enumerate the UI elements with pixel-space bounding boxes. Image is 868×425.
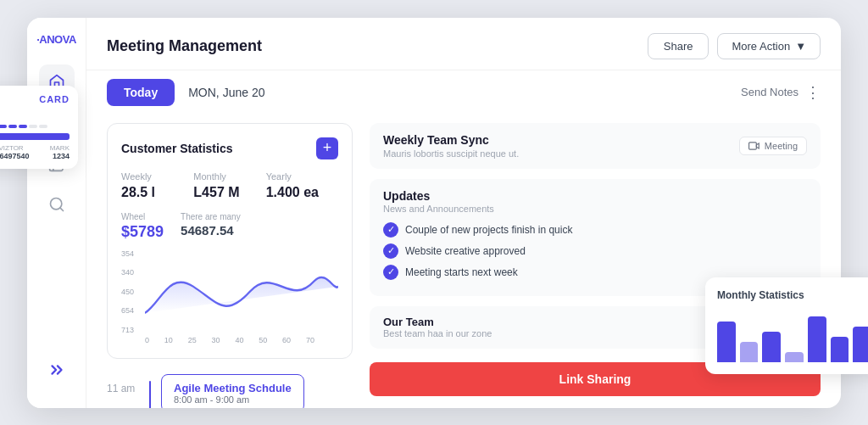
main-container: CARD ✓ MARK DEVIZTOR MARK 9467640 649754…: [27, 18, 841, 408]
monthly-stats-bar: [762, 332, 781, 362]
monthly-stats-bar: [740, 342, 759, 362]
sidebar: ·ANOVA: [27, 18, 86, 408]
video-icon: [748, 141, 760, 151]
weekly-label: Weekly: [121, 171, 193, 182]
svg-line-5: [59, 207, 63, 210]
sidebar-item-search[interactable]: [39, 187, 75, 222]
team-title: Our Team: [383, 316, 492, 328]
card-dots: [0, 125, 70, 128]
add-button[interactable]: +: [316, 137, 338, 159]
stats-yearly-col: Yearly 1.400 ea: [266, 171, 338, 200]
weekly-value: 28.5 l: [121, 185, 193, 200]
app-logo: ·ANOVA: [36, 33, 76, 46]
team-info: Our Team Best team haa in our zone: [383, 316, 492, 338]
page-title: Meeting Management: [107, 37, 648, 55]
stats-monthly-col: Monthly L457 M: [193, 171, 265, 200]
check-icon: ✓: [0, 108, 70, 121]
stats-card-header: Customer Statistics +: [121, 137, 338, 159]
monthly-stats-bar: [785, 352, 804, 362]
schedule-area: 11 am Agile Meeting Schdule 8:00 am - 9:…: [107, 374, 353, 408]
time-label: 11 am: [107, 374, 139, 394]
monthly-stats-bar: [808, 316, 826, 362]
monthly-stats-bar: [853, 327, 868, 362]
monthly-stats-bars: [717, 311, 868, 362]
header-actions: Share More Action ▼: [648, 33, 821, 59]
stats-weekly-col: Weekly 28.5 l: [121, 171, 193, 200]
chevron-down-icon: ▼: [795, 40, 806, 53]
subheader: Today MON, June 20 Send Notes ⋮: [86, 70, 841, 115]
update-item-2: ✓ Website creative approved: [383, 243, 807, 259]
monthly-stats-title: Monthly Statistics: [717, 289, 868, 301]
stats-sub: Wheel $5789 There are many 54687.54: [121, 212, 338, 241]
chart-line-svg: [145, 249, 338, 334]
wheel-item: Wheel $5789: [121, 212, 164, 241]
card-label: CARD: [0, 94, 70, 104]
many-item: There are many 54687.54: [181, 212, 241, 241]
updates-title: Updates: [383, 189, 807, 203]
today-button[interactable]: Today: [107, 79, 175, 106]
more-dots-icon: ⋮: [805, 83, 821, 102]
team-desc: Best team haa in our zone: [383, 328, 492, 338]
chart-y-labels: 354 340 450 654 713: [121, 249, 134, 334]
share-button[interactable]: Share: [648, 33, 709, 59]
monthly-stats-card: Monthly Statistics: [705, 277, 868, 374]
stats-chart: 354 340 450 654 713: [121, 249, 338, 334]
schedule-time: 8:00 am - 9:00 am: [174, 394, 292, 405]
yearly-value: 1.400 ea: [266, 185, 338, 200]
more-action-button[interactable]: More Action ▼: [717, 33, 821, 59]
send-notes[interactable]: Send Notes ⋮: [741, 83, 821, 102]
monthly-stats-bar: [831, 337, 849, 362]
update-text-2: Website creative approved: [405, 245, 526, 257]
monthly-stats-bar: [717, 322, 736, 362]
stats-card: Customer Statistics + Weekly 28.5 l Mont…: [107, 123, 353, 359]
sidebar-item-expand[interactable]: [39, 352, 75, 388]
card-labels: MARK DEVIZTOR MARK: [0, 144, 70, 152]
floating-card: CARD ✓ MARK DEVIZTOR MARK 9467640 649754…: [0, 86, 78, 169]
meeting-desc: Mauris lobortis suscipit neque ut.: [383, 148, 519, 159]
check-icon-1: ✓: [383, 222, 398, 238]
svg-rect-6: [748, 142, 756, 148]
date-label: MON, June 20: [188, 86, 264, 99]
update-text-3: Meeting starts next week: [405, 266, 518, 278]
schedule-title: Agile Meeting Schdule: [174, 382, 292, 394]
meeting-info: Weekly Team Sync Mauris lobortis suscipi…: [383, 133, 519, 159]
card-bar: [0, 133, 70, 140]
left-panel: Customer Statistics + Weekly 28.5 l Mont…: [107, 123, 353, 394]
check-icon-3: ✓: [383, 265, 398, 280]
check-icon-2: ✓: [383, 243, 398, 259]
monthly-label: Monthly: [193, 171, 265, 182]
monthly-value: L457 M: [193, 185, 265, 200]
stats-card-title: Customer Statistics: [121, 142, 232, 155]
updates-subtitle: News and Announcements: [383, 204, 807, 214]
card-values: 9467640 6497540 1234: [0, 152, 70, 160]
yearly-label: Yearly: [266, 171, 338, 182]
update-text-1: Couple of new projects finish in quick: [405, 224, 572, 236]
stats-columns: Weekly 28.5 l Monthly L457 M Yearly 1.40…: [121, 171, 338, 200]
chart-x-labels: 010253040506070: [121, 334, 338, 344]
header: Meeting Management Share More Action ▼: [86, 18, 841, 70]
meeting-badge: Meeting: [739, 137, 807, 155]
meeting-title: Weekly Team Sync: [383, 133, 519, 147]
meeting-card: Weekly Team Sync Mauris lobortis suscipi…: [370, 123, 821, 169]
schedule-line: [149, 381, 151, 408]
update-item-1: ✓ Couple of new projects finish in quick: [383, 222, 807, 238]
schedule-card[interactable]: Agile Meeting Schdule 8:00 am - 9:00 am: [161, 374, 304, 408]
